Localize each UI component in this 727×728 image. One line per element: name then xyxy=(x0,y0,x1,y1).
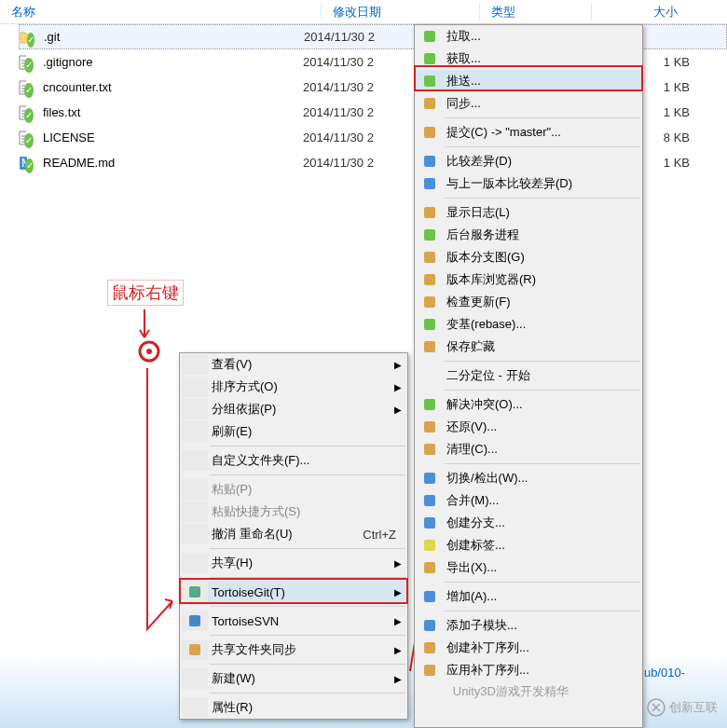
menu-separator xyxy=(445,146,640,147)
menu-item[interactable]: 创建标签... xyxy=(415,534,642,556)
svg-rect-18 xyxy=(424,296,435,308)
menu-item[interactable]: 变基(rebase)... xyxy=(415,313,642,336)
menu-item[interactable]: 拉取... xyxy=(415,25,642,48)
menu-label: TortoiseGit(T) xyxy=(212,585,404,599)
long-arrow-icon xyxy=(140,368,177,639)
submenu-arrow-icon: ▶ xyxy=(394,360,402,370)
menu-item[interactable]: 同步... xyxy=(415,92,642,115)
menu-label: 版本分支图(G) xyxy=(446,249,638,266)
rebase-icon xyxy=(417,314,443,335)
menu-label: 检查更新(F) xyxy=(446,294,638,310)
menu-label: 提交(C) -> "master"... xyxy=(446,124,638,141)
menu-item[interactable]: 合并(M)... xyxy=(415,489,642,512)
menu-separator xyxy=(445,361,640,362)
blank-icon xyxy=(182,553,208,573)
push-icon xyxy=(417,71,443,91)
menu-item[interactable]: 导出(X)... xyxy=(415,556,642,579)
branch-icon xyxy=(417,513,443,533)
submenu-arrow-icon: ▶ xyxy=(394,405,402,415)
menu-item[interactable]: 比较差异(D) xyxy=(415,150,642,172)
blank-icon xyxy=(182,450,208,471)
menu-item[interactable]: 显示日志(L) xyxy=(415,201,642,224)
menu-item[interactable]: 排序方式(O) ▶ xyxy=(180,376,407,398)
submenu-arrow-icon: ▶ xyxy=(394,674,402,684)
menu-item[interactable]: 新建(W) ▶ xyxy=(180,667,407,690)
menu-item[interactable]: 保存贮藏 xyxy=(415,336,642,358)
menu-label: 合并(M)... xyxy=(446,492,638,509)
file-name-text: cncounter.txt xyxy=(43,80,112,94)
menu-item[interactable]: 提交(C) -> "master"... xyxy=(415,121,642,144)
column-headers: 名称 修改日期 类型 大小 xyxy=(0,0,727,24)
svg-rect-14 xyxy=(424,207,435,218)
menu-item[interactable]: 二分定位 - 开始 xyxy=(415,364,642,387)
menu-item[interactable]: 刷新(E) xyxy=(180,420,407,443)
menu-item[interactable]: 共享(H) ▶ xyxy=(180,552,407,574)
menu-label: 添加子模块... xyxy=(446,617,638,634)
menu-item[interactable]: 推送... xyxy=(415,70,642,92)
svg-rect-13 xyxy=(424,178,435,189)
menu-label: 创建标签... xyxy=(446,537,638,554)
menu-item[interactable]: 属性(R) xyxy=(180,696,407,719)
menu-label: 拉取... xyxy=(446,28,638,45)
fetch-icon xyxy=(417,48,443,69)
menu-label: 变基(rebase)... xyxy=(446,316,638,333)
blank-icon xyxy=(182,354,208,375)
path-fragment: ub/010- xyxy=(644,666,685,680)
menu-label: 增加(A)... xyxy=(446,588,638,605)
menu-item[interactable]: 粘贴(P) xyxy=(180,478,407,501)
menu-item[interactable]: TortoiseGit(T) ▶ xyxy=(180,581,407,603)
menu-item[interactable]: 粘贴快捷方式(S) xyxy=(180,501,407,523)
menu-item[interactable]: 与上一版本比较差异(D) xyxy=(415,172,642,195)
menu-item[interactable]: 清理(C)... xyxy=(415,438,642,460)
submenu-arrow-icon: ▶ xyxy=(394,645,402,655)
menu-label: 粘贴快捷方式(S) xyxy=(212,503,404,520)
menu-label: 切换/检出(W)... xyxy=(446,470,638,487)
menu-label: 导出(X)... xyxy=(446,559,638,576)
menu-item[interactable]: 撤消 重命名(U) Ctrl+Z xyxy=(180,523,407,545)
menu-item[interactable]: 检查更新(F) xyxy=(415,291,642,313)
menu-item[interactable]: 添加子模块... xyxy=(415,614,642,637)
menu-item[interactable]: 创建分支... xyxy=(415,512,642,534)
menu-item[interactable]: TortoiseSVN ▶ xyxy=(180,610,407,632)
menu-label: 版本库浏览器(R) xyxy=(446,271,638,288)
menu-item[interactable]: 增加(A)... xyxy=(415,585,642,608)
svg-rect-15 xyxy=(424,229,435,240)
menu-item[interactable]: 后台服务进程 xyxy=(415,224,642,246)
col-type[interactable]: 类型 xyxy=(480,4,592,21)
svg-rect-7 xyxy=(424,31,435,42)
svg-rect-20 xyxy=(424,341,435,352)
col-date[interactable]: 修改日期 xyxy=(322,4,480,21)
menu-item[interactable]: 查看(V) ▶ xyxy=(180,353,407,376)
daemon-icon xyxy=(417,225,443,245)
menu-item[interactable]: 应用补丁序列... xyxy=(415,659,642,681)
file-size: 1 KB xyxy=(664,156,690,170)
stash-icon xyxy=(417,337,443,357)
context-menu-tortoisegit: 拉取... 获取... 推送... 同步... 提交(C) -> "master… xyxy=(414,24,643,728)
menu-separator xyxy=(445,611,640,611)
menu-item[interactable]: 创建补丁序列... xyxy=(415,637,642,659)
menu-label: 共享(H) xyxy=(212,555,404,571)
revert-icon xyxy=(417,417,443,437)
blank-icon xyxy=(417,365,443,386)
submenu-arrow-icon: ▶ xyxy=(394,558,402,569)
menu-item[interactable]: 切换/检出(W)... xyxy=(415,467,642,489)
menu-label: 保存贮藏 xyxy=(446,338,638,355)
col-name[interactable]: 名称 xyxy=(0,4,322,21)
menu-item[interactable]: 自定义文件夹(F)... xyxy=(180,449,407,472)
tgit-icon xyxy=(182,582,208,602)
menu-item[interactable]: 版本分支图(G) xyxy=(415,246,642,268)
svg-point-3 xyxy=(146,349,152,354)
log-icon xyxy=(417,202,443,223)
menu-item[interactable]: 版本库浏览器(R) xyxy=(415,268,642,291)
menu-item[interactable]: 获取... xyxy=(415,48,642,70)
menu-label: 获取... xyxy=(446,50,638,67)
col-size[interactable]: 大小 xyxy=(592,4,685,21)
menu-item[interactable]: 还原(V)... xyxy=(415,416,642,438)
menu-item[interactable]: 共享文件夹同步 ▶ xyxy=(180,639,407,661)
tag-icon xyxy=(417,535,443,556)
menu-item[interactable]: 分组依据(P) ▶ xyxy=(180,398,407,420)
menu-item[interactable]: 解决冲突(O)... xyxy=(415,393,642,416)
menu-label: 刷新(E) xyxy=(212,423,404,440)
menu-separator xyxy=(210,693,405,694)
pull-icon xyxy=(417,26,443,47)
